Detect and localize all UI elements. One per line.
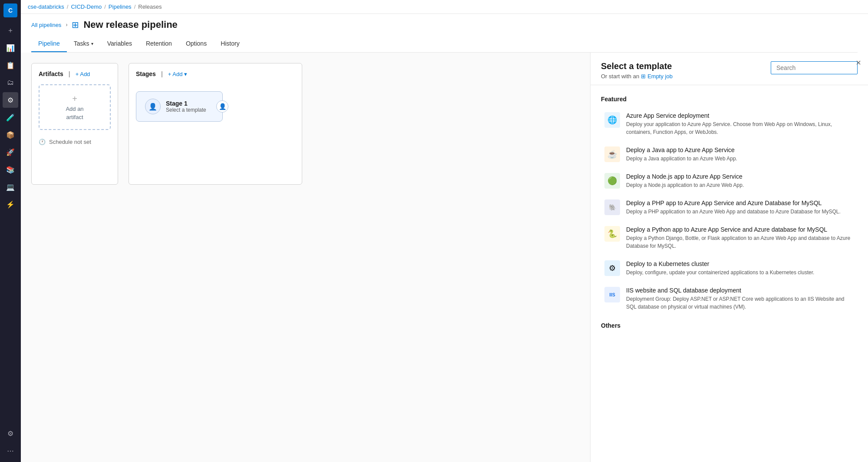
- artifacts-box: Artifacts | + Add + Add an artifact 🕐 Sc…: [31, 63, 118, 185]
- template-desc-3: Deploy a PHP application to an Azure Web…: [626, 208, 854, 216]
- breadcrumb-chevron: ›: [66, 22, 67, 28]
- template-icon-4: 🐍: [604, 226, 620, 242]
- template-panel: Select a template Or start with an ⊞ Emp…: [590, 53, 868, 462]
- template-item-6[interactable]: IIS IIS website and SQL database deploym…: [601, 283, 858, 315]
- panel-title-area: Select a template Or start with an ⊞ Emp…: [601, 61, 771, 80]
- tab-pipeline[interactable]: Pipeline: [31, 36, 67, 52]
- sidebar: C ＋ 📊 📋 🗂 ⚙ 🧪 📦 🚀 📚 💻 ⚡ ⚙ ⋯: [0, 0, 21, 462]
- sidebar-item-testplans[interactable]: 🧪: [3, 110, 18, 125]
- breadcrumb-pipelines[interactable]: Pipelines: [109, 3, 132, 10]
- add-stage-button[interactable]: + Add ▾: [168, 71, 188, 77]
- template-name-3: Deploy a PHP app to Azure App Service an…: [626, 199, 854, 206]
- tab-options[interactable]: Options: [179, 36, 214, 52]
- template-icon-5: ⚙: [604, 260, 620, 276]
- artifacts-title: Artifacts: [39, 70, 63, 77]
- others-title: Others: [601, 322, 858, 329]
- add-artifact-placeholder[interactable]: + Add an artifact: [39, 84, 111, 130]
- tab-history[interactable]: History: [214, 36, 247, 52]
- stage-1-name: Stage 1: [166, 100, 206, 107]
- app-logo[interactable]: C: [3, 3, 17, 17]
- tasks-dropdown-arrow: ▾: [91, 41, 93, 46]
- template-name-1: Deploy a Java app to Azure App Service: [626, 146, 854, 153]
- template-desc-0: Deploy your application to Azure App Ser…: [626, 120, 854, 136]
- sidebar-item-repos[interactable]: 🗂: [3, 75, 18, 90]
- pipeline-icon: ⊞: [72, 20, 79, 30]
- template-item-2[interactable]: 🟢 Deploy a Node.js app to Azure App Serv…: [601, 169, 858, 193]
- template-item-0[interactable]: 🌐 Azure App Service deployment Deploy yo…: [601, 108, 858, 140]
- stages-header: Stages | + Add ▾: [136, 70, 295, 77]
- template-name-6: IIS website and SQL database deployment: [626, 287, 854, 294]
- panel-subtitle: Or start with an ⊞ Empty job: [601, 73, 771, 80]
- empty-job-icon: ⊞: [641, 73, 646, 80]
- clock-icon: 🕐: [39, 139, 46, 145]
- all-pipelines-link[interactable]: All pipelines: [31, 22, 61, 28]
- add-dropdown-arrow: ▾: [184, 71, 187, 77]
- template-desc-5: Deploy, configure, update your container…: [626, 269, 854, 276]
- sidebar-item-settings[interactable]: ⚙: [3, 425, 18, 441]
- template-icon-0: 🌐: [604, 112, 620, 128]
- tab-tasks[interactable]: Tasks ▾: [67, 36, 100, 52]
- breadcrumb-sep2: /: [104, 3, 106, 10]
- stage-1-info: Stage 1 Select a template: [166, 100, 206, 113]
- empty-job-link[interactable]: ⊞ Empty job: [641, 73, 673, 80]
- template-icon-1: ☕: [604, 146, 620, 162]
- template-info-5: Deploy to a Kubernetes cluster Deploy, c…: [626, 260, 854, 276]
- featured-section-title: Featured: [601, 96, 858, 103]
- tab-variables[interactable]: Variables: [100, 36, 139, 52]
- schedule-row[interactable]: 🕐 Schedule not set: [39, 135, 111, 149]
- breadcrumb-releases: Releases: [138, 3, 162, 10]
- template-desc-4: Deploy a Python Django, Bottle, or Flask…: [626, 234, 854, 250]
- template-search-input[interactable]: [771, 61, 858, 74]
- main-content: cse-databricks / CICD-Demo / Pipelines /…: [21, 0, 868, 462]
- template-item-5[interactable]: ⚙ Deploy to a Kubernetes cluster Deploy,…: [601, 256, 858, 281]
- pipeline-canvas: Artifacts | + Add + Add an artifact 🕐 Sc…: [31, 63, 580, 185]
- pipeline-canvas-area: Artifacts | + Add + Add an artifact 🕐 Sc…: [21, 53, 590, 462]
- template-item-3[interactable]: 🐘 Deploy a PHP app to Azure App Service …: [601, 195, 858, 220]
- template-item-4[interactable]: 🐍 Deploy a Python app to Azure App Servi…: [601, 222, 858, 254]
- stage-1-card[interactable]: 👤 Stage 1 Select a template 👤: [136, 91, 223, 122]
- panel-close-button[interactable]: ×: [856, 58, 861, 68]
- template-desc-2: Deploy a Node.js application to an Azure…: [626, 181, 854, 189]
- sidebar-item-boards[interactable]: 📋: [3, 57, 18, 73]
- schedule-label: Schedule not set: [49, 139, 91, 145]
- sidebar-item-add[interactable]: ＋: [3, 23, 18, 38]
- sidebar-item-terminal[interactable]: 💻: [3, 179, 18, 195]
- template-icon-2: 🟢: [604, 173, 620, 189]
- sidebar-item-custom[interactable]: ⚡: [3, 196, 18, 212]
- sidebar-item-artifacts[interactable]: 📦: [3, 127, 18, 143]
- tab-retention[interactable]: Retention: [139, 36, 179, 52]
- breadcrumb-sep3: /: [134, 3, 136, 10]
- artifacts-header: Artifacts | + Add: [39, 70, 111, 77]
- sidebar-item-more[interactable]: ⋯: [3, 443, 18, 459]
- stages-box: Stages | + Add ▾ 👤 Stage 1 Sel: [129, 63, 302, 185]
- breadcrumb-org[interactable]: cse-databricks: [28, 3, 64, 10]
- template-info-1: Deploy a Java app to Azure App Service D…: [626, 146, 854, 163]
- template-info-4: Deploy a Python app to Azure App Service…: [626, 226, 854, 250]
- sidebar-item-deploy[interactable]: 🚀: [3, 144, 18, 160]
- plus-icon: +: [72, 94, 77, 104]
- template-icon-3: 🐘: [604, 199, 620, 215]
- sidebar-item-pipelines[interactable]: ⚙: [3, 92, 18, 108]
- add-artifact-button[interactable]: + Add: [76, 71, 90, 77]
- template-info-3: Deploy a PHP app to Azure App Service an…: [626, 199, 854, 216]
- placeholder-text-1: Add an: [66, 106, 83, 112]
- page-header: All pipelines › ⊞ New release pipeline P…: [21, 14, 868, 53]
- nav-tabs: Pipeline Tasks ▾ Variables Retention Opt…: [31, 36, 858, 53]
- sidebar-item-library[interactable]: 📚: [3, 162, 18, 177]
- content-area: Artifacts | + Add + Add an artifact 🕐 Sc…: [21, 53, 868, 462]
- stage-1-subtitle: Select a template: [166, 107, 206, 113]
- breadcrumb: cse-databricks / CICD-Demo / Pipelines /…: [21, 0, 868, 14]
- template-list: Featured 🌐 Azure App Service deployment …: [591, 85, 868, 462]
- template-name-0: Azure App Service deployment: [626, 112, 854, 119]
- panel-title: Select a template: [601, 61, 771, 71]
- template-icon-6: IIS: [604, 287, 620, 302]
- sidebar-item-overview[interactable]: 📊: [3, 40, 18, 56]
- template-info-0: Azure App Service deployment Deploy your…: [626, 112, 854, 136]
- breadcrumb-project[interactable]: CICD-Demo: [71, 3, 102, 10]
- stages-title: Stages: [136, 70, 156, 77]
- template-name-4: Deploy a Python app to Azure App Service…: [626, 226, 854, 233]
- page-title: New release pipeline: [83, 19, 177, 30]
- others-section: Others: [601, 322, 858, 329]
- stage-approver-icon[interactable]: 👤: [216, 100, 228, 113]
- template-item-1[interactable]: ☕ Deploy a Java app to Azure App Service…: [601, 142, 858, 167]
